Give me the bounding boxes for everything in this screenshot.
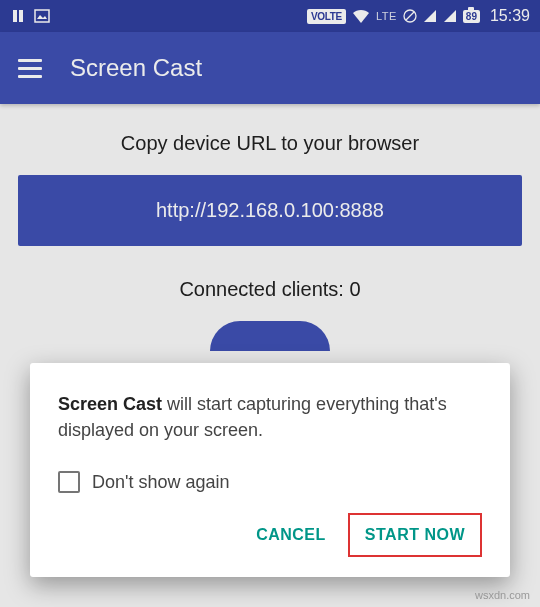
dont-show-row[interactable]: Don't show again <box>58 471 482 493</box>
start-now-button[interactable]: START NOW <box>351 516 479 554</box>
permission-dialog: Screen Cast will start capturing everyth… <box>30 363 510 577</box>
start-now-highlight: START NOW <box>348 513 482 557</box>
dialog-message: Screen Cast will start capturing everyth… <box>58 391 482 443</box>
dont-show-label: Don't show again <box>92 472 230 493</box>
dialog-app-name: Screen Cast <box>58 394 162 414</box>
dont-show-checkbox[interactable] <box>58 471 80 493</box>
cancel-button[interactable]: CANCEL <box>242 513 340 557</box>
dialog-overlay: Screen Cast will start capturing everyth… <box>0 0 540 607</box>
dialog-actions: CANCEL START NOW <box>58 513 482 557</box>
watermark: wsxdn.com <box>475 589 530 601</box>
